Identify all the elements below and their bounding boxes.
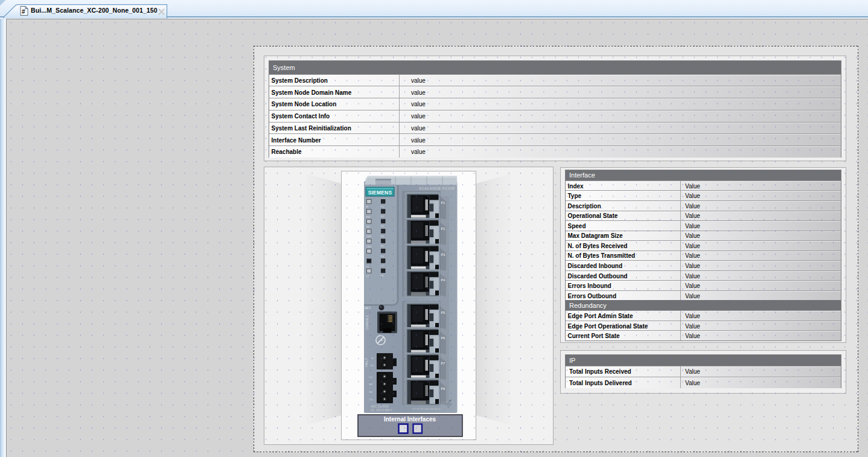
svg-text:P8: P8	[381, 274, 385, 277]
svg-text:SET: SET	[365, 306, 371, 310]
svg-text:P2: P2	[441, 227, 445, 231]
svg-text:DM1: DM1	[366, 235, 372, 238]
svg-text:P4: P4	[441, 278, 445, 282]
svg-text:P2: P2	[381, 215, 385, 218]
svg-text:P7: P7	[441, 362, 445, 365]
svg-text:P3: P3	[441, 253, 445, 257]
svg-text:P7: P7	[381, 264, 385, 267]
svg-text:#: #	[22, 8, 25, 15]
svg-text:R: R	[366, 205, 368, 208]
svg-text:P8: P8	[441, 387, 445, 391]
svg-text:M2: M2	[369, 391, 373, 394]
svg-text:RM: RM	[366, 216, 371, 219]
svg-text:M1: M1	[369, 383, 373, 386]
svg-text:P5: P5	[441, 311, 445, 315]
svg-text:P1: P1	[441, 201, 445, 205]
svg-text:P3: P3	[381, 225, 385, 228]
svg-text:FAULT: FAULT	[365, 358, 368, 367]
svg-text:F2: F2	[371, 364, 375, 367]
svg-text:P4: P4	[381, 235, 385, 238]
svg-text:L2: L2	[366, 275, 369, 278]
svg-text:12.. 24V 0.35A =: 12.. 24V 0.35A =	[371, 409, 392, 412]
svg-text:Internal Interfaces: Internal Interfaces	[384, 416, 436, 423]
svg-text:P6: P6	[381, 255, 385, 258]
svg-text:NEC CLASS2: NEC CLASS2	[371, 405, 389, 408]
svg-text:FT TX TE CNF LNK M-12: FT TX TE CNF LNK M-12	[413, 407, 441, 411]
svg-text:SCALANCE XC208: SCALANCE XC208	[419, 187, 455, 190]
svg-text:P1: P1	[381, 205, 385, 208]
svg-text:L1+: L1+	[369, 376, 374, 379]
svg-text:DM2: DM2	[366, 245, 372, 248]
svg-text:P5: P5	[381, 244, 385, 248]
svg-text:L1: L1	[366, 265, 369, 268]
svg-text:L2+: L2+	[369, 398, 374, 401]
svg-text:P6: P6	[441, 336, 445, 340]
svg-text:SB: SB	[366, 225, 370, 228]
svg-text:CONSOLE: CONSOLE	[365, 315, 369, 330]
svg-text:F1: F1	[371, 357, 375, 360]
svg-text:SIEMENS: SIEMENS	[368, 190, 392, 196]
